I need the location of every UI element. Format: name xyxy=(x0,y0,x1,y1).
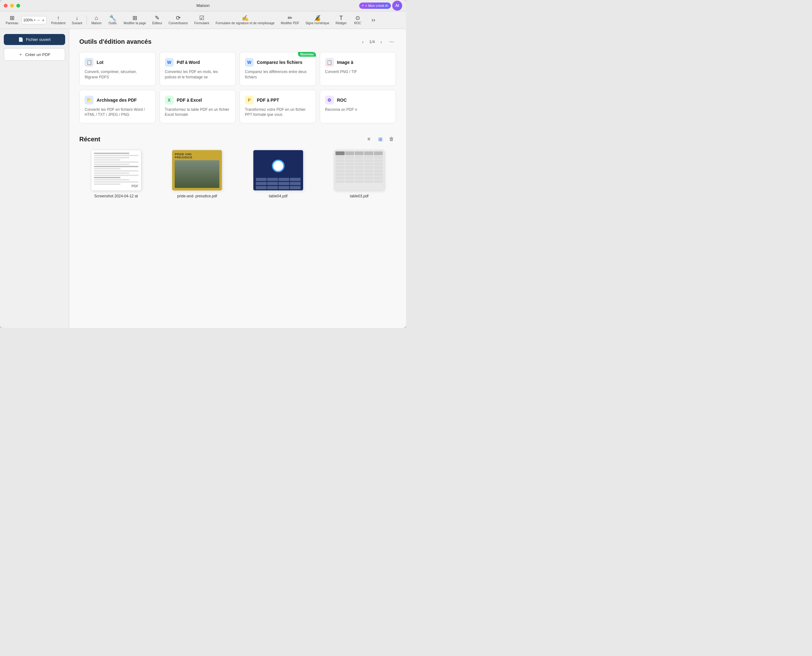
tool-icon-pdf-to-excel: X xyxy=(165,96,174,105)
credit-area[interactable]: + + Mon crédit AI AI xyxy=(359,1,402,11)
table-row xyxy=(256,178,300,181)
edit-label: Rédiger xyxy=(336,22,346,25)
delete-button[interactable]: 🗑 xyxy=(387,135,396,144)
edit-button[interactable]: T Rédiger xyxy=(333,14,350,26)
home-button[interactable]: ⌂ Maison xyxy=(88,14,105,26)
tool-icon-compare: W xyxy=(245,58,254,67)
tool-name-compare: Comparez les fichiers xyxy=(257,60,302,65)
file-name-pride: pride-and- preiudice.pdf xyxy=(177,194,217,199)
list-view-button[interactable]: ≡ xyxy=(365,135,373,144)
window-controls xyxy=(4,4,20,8)
file-thumb-screenshot: PDF xyxy=(91,150,141,191)
separator-1 xyxy=(87,15,87,25)
ocr-icon: ⊙ xyxy=(355,15,360,21)
next-label: Suivant xyxy=(72,22,82,25)
recent-section: Récent ≡ ⊞ 🗑 xyxy=(79,135,396,199)
file-item-pride[interactable]: PRIDE ANDPREJUDICE pride-and- preiudice.… xyxy=(161,150,234,199)
create-pdf-button[interactable]: ＋ Créer un PDF xyxy=(4,48,65,61)
file-item-screenshot[interactable]: PDF Screenshot 2024-04-12 at xyxy=(79,150,153,199)
zoom-dropdown-icon[interactable]: ▾ xyxy=(34,19,36,22)
tool-desc-compare: Comparez les différences entre deux fich… xyxy=(245,69,311,80)
panel-label: Panneau xyxy=(6,22,18,25)
credit-badge[interactable]: + + Mon crédit AI xyxy=(359,3,391,9)
editor-label: Éditeur xyxy=(152,22,162,25)
sig-form-label: Formulaire de signature et de remplissag… xyxy=(216,22,274,25)
tool-icon-archive: 📁 xyxy=(85,96,93,105)
maximize-button[interactable] xyxy=(16,4,20,8)
prev-button[interactable]: ↑ Précédent xyxy=(48,14,69,26)
tool-name-image-to: Image à xyxy=(337,60,353,65)
tool-icon-pdf-to-word: W xyxy=(165,58,174,67)
edit-page-button[interactable]: ⊞ Modifier la page xyxy=(121,14,149,26)
tool-card-archive[interactable]: 📁 Archivage des PDF Convertir les PDF en… xyxy=(79,90,156,124)
tool-name-pdf-to-excel: PDF à Excel xyxy=(177,97,202,103)
thumb-line xyxy=(94,175,138,176)
tools-button[interactable]: 🔧 Outils xyxy=(105,14,121,26)
more-tools-button[interactable]: ›› xyxy=(365,16,381,25)
credit-label: + Mon crédit AI xyxy=(365,4,388,8)
grid-view-button[interactable]: ⊞ xyxy=(376,135,385,144)
tool-card-image-to[interactable]: 📋 Image à Converti PNG / TIF xyxy=(320,52,396,86)
converter-button[interactable]: ⟳ Convertisseur xyxy=(165,14,191,26)
tool-card-pdf-to-excel[interactable]: X PDF à Excel Transformez la table PDF e… xyxy=(159,90,236,124)
file-item-table03[interactable]: table03.pdf xyxy=(323,150,396,199)
tool-card-header: W Comparez les fichiers xyxy=(245,58,311,67)
next-button[interactable]: ↓ Suivant xyxy=(69,14,85,26)
plus-icon: ＋ xyxy=(19,52,23,57)
avatar[interactable]: AI xyxy=(392,1,402,11)
zoom-out-button[interactable]: − xyxy=(37,18,40,23)
tool-card-lot[interactable]: 📋 Lot Converti, comprimer, sécuriser, fi… xyxy=(79,52,156,86)
table-cell xyxy=(267,190,278,191)
recent-title: Récent xyxy=(79,136,101,143)
tools-section: Outils d'édition avancés ‹ 1/4 › ··· 📋 L… xyxy=(79,38,396,124)
table-cell xyxy=(267,186,278,189)
table-cell xyxy=(290,182,300,185)
sig-form-button[interactable]: ✍ Formulaire de signature et de rempliss… xyxy=(212,14,278,26)
file-item-table04[interactable]: table04.pdf xyxy=(241,150,315,199)
panel-toggle[interactable]: ⊞ Panneau xyxy=(3,14,22,26)
home-icon: ⌂ xyxy=(95,15,98,21)
thumb-line xyxy=(94,164,130,165)
tool-card-compare[interactable]: Nouveau W Comparez les fichiers Comparez… xyxy=(240,52,316,86)
badge-new: Nouveau xyxy=(298,52,316,57)
file-name-table03: table03.pdf xyxy=(350,194,368,199)
minimize-button[interactable] xyxy=(10,4,14,8)
form-button[interactable]: ☑ Formulaire xyxy=(191,14,212,26)
close-button[interactable] xyxy=(4,4,8,8)
next-page-button[interactable]: › xyxy=(377,38,385,46)
pagination: ‹ 1/4 › ··· xyxy=(359,38,396,46)
tool-icon-image-to: 📋 xyxy=(325,58,334,67)
file-thumb-table04 xyxy=(253,150,303,191)
sign-label: Signe numérique xyxy=(306,22,329,25)
table-cell xyxy=(267,182,278,185)
tool-name-pdf-to-word: Pdf à Word xyxy=(177,60,200,65)
thumb-line xyxy=(94,166,138,167)
table-cell xyxy=(278,190,289,191)
prev-label: Précédent xyxy=(51,22,65,25)
tool-card-pdf-to-ppt[interactable]: P PDF à PPT Transformez votre PDF en un … xyxy=(240,90,316,124)
thumb-line xyxy=(94,177,121,178)
ocr-button[interactable]: ⊙ ROC xyxy=(350,14,365,26)
thumb-line xyxy=(94,153,130,154)
tool-card-ocr[interactable]: ⚙ ROC Reconna un PDF n xyxy=(320,90,396,124)
tool-card-pdf-to-word[interactable]: W Pdf à Word Convertez les PDF en mots, … xyxy=(159,52,236,86)
table-cell xyxy=(290,178,300,181)
modify-pdf-button[interactable]: ✏ Modifier PDF xyxy=(278,14,302,26)
table-cell xyxy=(267,178,278,181)
editor-button[interactable]: ✎ Éditeur xyxy=(149,14,165,26)
table-cell xyxy=(278,182,289,185)
file-thumb-pride: PRIDE ANDPREJUDICE xyxy=(172,150,222,191)
thumb-line xyxy=(94,172,130,174)
open-file-button[interactable]: 📄 Fichier ouvert xyxy=(4,34,65,45)
thumb-line xyxy=(94,181,138,183)
tools-more-button[interactable]: ··· xyxy=(387,38,396,46)
tool-card-header: 📋 Image à xyxy=(325,58,391,67)
thumb-line xyxy=(94,179,130,180)
thumb-circle xyxy=(272,159,285,172)
zoom-in-button[interactable]: + xyxy=(41,18,45,23)
sign-button[interactable]: 🔏 Signe numérique xyxy=(302,14,333,26)
main-layout: 📄 Fichier ouvert ＋ Créer un PDF Outils d… xyxy=(0,29,406,328)
prev-page-button[interactable]: ‹ xyxy=(359,38,367,46)
tool-card-header: W Pdf à Word xyxy=(165,58,231,67)
tool-icon-lot: 📋 xyxy=(85,58,93,67)
